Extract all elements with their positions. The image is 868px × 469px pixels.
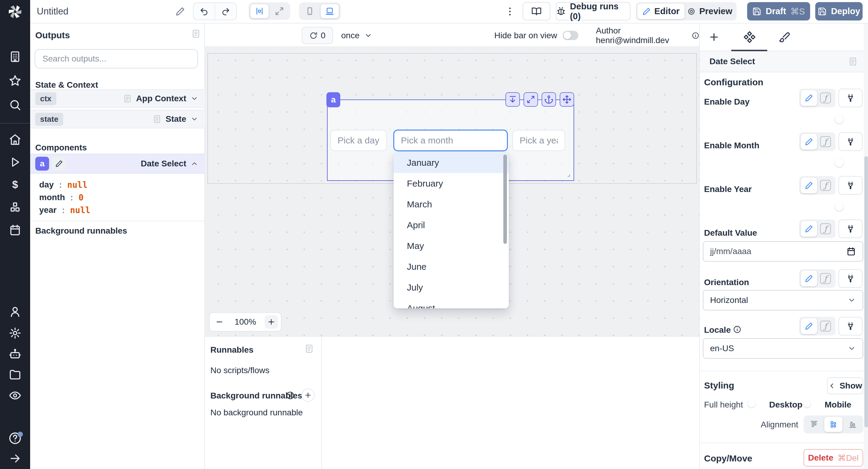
month-option[interactable]: March	[394, 194, 509, 215]
fx-mode-button[interactable]: ƒ	[818, 178, 833, 193]
desktop-view-button[interactable]	[320, 4, 339, 19]
tab-theme-icon[interactable]	[779, 31, 790, 44]
zoom-out-button[interactable]	[213, 315, 226, 329]
month-option[interactable]: August	[394, 298, 509, 308]
default-value-connect-button[interactable]	[838, 219, 863, 238]
component-canvas-badge[interactable]: a	[327, 92, 340, 107]
mobile-view-button[interactable]	[301, 4, 319, 19]
fx-mode-button[interactable]: ƒ	[818, 134, 833, 150]
static-mode-button[interactable]	[801, 221, 817, 237]
enable-day-connect-button[interactable]	[838, 89, 863, 107]
debug-runs-button[interactable]: Debug runs (0)	[556, 2, 630, 21]
ctx-row[interactable]: ctx App Context	[30, 89, 205, 108]
docs-button[interactable]	[523, 2, 550, 21]
align-bottom-button[interactable]	[844, 417, 862, 432]
static-mode-button[interactable]	[801, 134, 817, 150]
ctx-chevron-down-icon[interactable]	[190, 95, 198, 102]
fx-mode-button[interactable]: ƒ	[818, 318, 833, 334]
output-prop-year[interactable]: year : null	[30, 204, 205, 216]
orientation-select[interactable]: Horizontal	[703, 290, 863, 310]
workspace-icon[interactable]	[9, 50, 22, 64]
static-mode-button[interactable]	[801, 271, 817, 286]
move-handle[interactable]	[560, 92, 574, 107]
audit-icon[interactable]	[9, 389, 22, 403]
variables-icon[interactable]	[9, 179, 22, 192]
settings-icon[interactable]	[9, 327, 22, 341]
default-value-date-input[interactable]: jj/mm/aaaa	[703, 241, 863, 262]
undo-button[interactable]	[193, 3, 215, 20]
locale-info-icon[interactable]	[733, 325, 741, 334]
schedules-icon[interactable]	[9, 224, 22, 238]
state-row[interactable]: state State	[30, 110, 205, 128]
bg-runnables-info-icon[interactable]	[286, 391, 295, 400]
month-option[interactable]: July	[394, 277, 509, 298]
month-option[interactable]: February	[394, 173, 509, 194]
refresh-count-button[interactable]: 0	[302, 27, 333, 44]
align-top-button[interactable]	[805, 417, 823, 432]
redo-button[interactable]	[215, 3, 236, 20]
resize-corner-handle[interactable]	[564, 170, 571, 179]
output-prop-month[interactable]: month : 0	[30, 191, 205, 204]
month-option[interactable]: April	[394, 215, 509, 236]
app-canvas[interactable]: a January February March April May June …	[205, 47, 699, 336]
month-option[interactable]: January	[394, 152, 509, 173]
component-doc-icon[interactable]	[848, 57, 858, 66]
tab-editor[interactable]: Editor	[638, 4, 684, 19]
calendar-icon[interactable]	[846, 247, 856, 256]
component-list-row[interactable]: a Date Select	[30, 154, 205, 174]
zoom-in-button[interactable]	[265, 315, 278, 329]
runs-icon[interactable]	[9, 156, 21, 169]
settings-scrollbar-thumb[interactable]	[864, 156, 868, 428]
tab-insert-icon[interactable]	[708, 31, 720, 44]
static-mode-button[interactable]	[801, 90, 817, 106]
schedule-dropdown[interactable]: once	[341, 27, 372, 44]
outputs-doc-icon[interactable]	[191, 29, 201, 40]
users-icon[interactable]	[9, 305, 22, 319]
edit-title-icon[interactable]	[176, 7, 185, 18]
add-bg-runnable-button[interactable]	[301, 388, 315, 402]
state-chevron-down-icon[interactable]	[190, 115, 198, 123]
author-info-icon[interactable]	[692, 31, 699, 40]
search-icon[interactable]	[9, 99, 22, 113]
expand-down-handle[interactable]	[505, 92, 520, 107]
deploy-button[interactable]: Deploy	[815, 2, 863, 21]
more-menu-button[interactable]	[504, 6, 516, 18]
search-outputs-input[interactable]	[35, 49, 198, 68]
enable-month-connect-button[interactable]	[838, 132, 863, 151]
month-option[interactable]: May	[394, 236, 509, 256]
collapse-rail-icon[interactable]	[9, 452, 21, 466]
static-mode-button[interactable]	[801, 178, 817, 193]
show-styling-button[interactable]: Show	[827, 377, 863, 394]
tab-preview[interactable]: Preview	[684, 4, 735, 19]
output-prop-day[interactable]: day : null	[30, 179, 205, 191]
component-edit-icon[interactable]	[52, 157, 66, 170]
fx-mode-button[interactable]: ƒ	[818, 221, 833, 237]
enable-year-connect-button[interactable]	[838, 176, 863, 195]
month-option[interactable]: June	[394, 256, 509, 277]
delete-component-button[interactable]: Delete ⌘Del	[804, 449, 863, 467]
pick-year-input[interactable]	[513, 130, 565, 151]
locale-select[interactable]: en-US	[703, 338, 863, 359]
fx-mode-button[interactable]: ƒ	[818, 90, 833, 106]
pick-day-input[interactable]	[330, 130, 387, 151]
pick-month-input[interactable]	[394, 130, 507, 151]
locale-connect-button[interactable]	[838, 317, 863, 336]
dropdown-scrollbar[interactable]	[503, 155, 507, 244]
folders-icon[interactable]	[9, 368, 22, 382]
orientation-connect-button[interactable]	[838, 269, 863, 288]
component-chevron-up-icon[interactable]	[190, 160, 198, 167]
windmill-logo[interactable]	[0, 0, 30, 24]
resources-icon[interactable]	[9, 201, 22, 215]
fullsize-handle[interactable]	[524, 92, 538, 107]
static-mode-button[interactable]	[801, 318, 817, 334]
workers-icon[interactable]	[9, 348, 22, 362]
draft-button[interactable]: Draft ⌘S	[747, 2, 810, 21]
fx-mode-button[interactable]: ƒ	[818, 271, 833, 286]
center-content-button[interactable]	[250, 4, 269, 19]
runnables-doc-icon[interactable]	[304, 344, 314, 355]
anchor-handle[interactable]	[541, 92, 556, 107]
home-icon[interactable]	[9, 133, 22, 147]
align-center-button[interactable]	[824, 417, 842, 432]
favorites-icon[interactable]	[9, 74, 22, 88]
fullscreen-canvas-button[interactable]	[270, 4, 289, 19]
